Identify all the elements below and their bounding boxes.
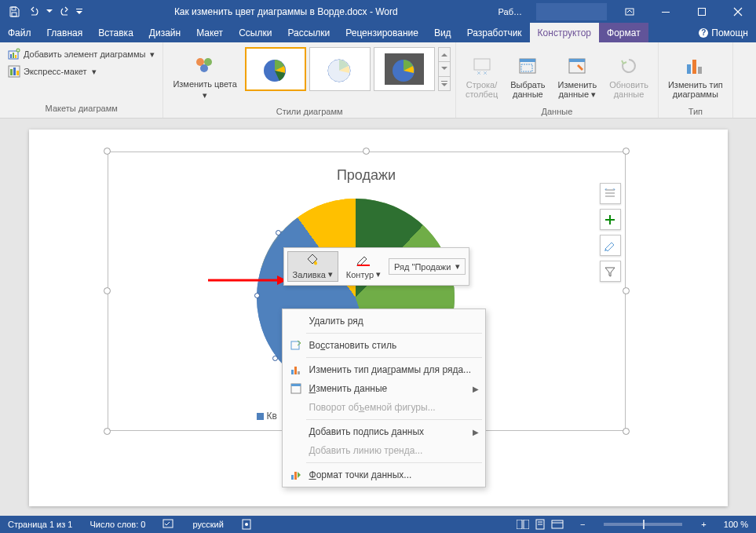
slice-handle[interactable]	[254, 293, 260, 298]
web-layout-button[interactable]	[549, 516, 566, 533]
ctx-reset-style[interactable]: Восстановить стиль	[283, 336, 485, 355]
chart-title[interactable]: Продажи	[108, 167, 626, 184]
add-element-icon	[8, 48, 20, 60]
chart-style-2[interactable]	[309, 47, 371, 91]
chart-style-3[interactable]	[374, 47, 435, 91]
zoom-level[interactable]: 100 %	[721, 520, 751, 529]
ctx-change-type[interactable]: Изменить тип диаграммы для ряда...	[283, 360, 485, 379]
tab-view[interactable]: Вид	[426, 23, 459, 42]
print-layout-button[interactable]	[531, 516, 549, 533]
page-number-status[interactable]: Страница 1 из 1	[5, 520, 75, 529]
chart-filters-button[interactable]	[600, 261, 621, 282]
spelling-status[interactable]	[159, 519, 178, 530]
svg-rect-0	[12, 7, 16, 10]
svg-rect-27	[521, 64, 532, 71]
word-count-status[interactable]: Число слов: 0	[86, 520, 148, 529]
language-status[interactable]: русский	[189, 520, 226, 529]
gallery-more-button[interactable]	[439, 77, 450, 90]
account-block[interactable]	[536, 3, 607, 20]
chart-style-1[interactable]	[245, 47, 306, 91]
change-chart-type-button[interactable]: Изменить типдиаграммы	[663, 46, 728, 107]
add-chart-element-button[interactable]: Добавить элемент диаграммы ▾	[5, 46, 158, 63]
chart-type-icon	[683, 53, 708, 78]
edit-data-button[interactable]: Изменитьданные ▾	[553, 46, 602, 107]
ctx-delete-series[interactable]: Удалить ряд	[283, 312, 485, 330]
resize-handle[interactable]	[623, 428, 630, 435]
quick-layout-button[interactable]: Экспресс-макет ▾	[5, 63, 158, 80]
minimize-button[interactable]	[648, 0, 684, 23]
tab-insert[interactable]: Вставка	[90, 23, 141, 42]
macro-status[interactable]	[238, 519, 255, 530]
outline-button[interactable]: Контур▾	[341, 252, 385, 281]
qat-customize[interactable]	[75, 9, 83, 15]
group-label-layouts: Макеты диаграмм	[5, 104, 158, 116]
tab-layout[interactable]: Макет	[188, 23, 231, 42]
resize-handle[interactable]	[104, 428, 111, 435]
resize-handle[interactable]	[623, 148, 630, 155]
resize-handle[interactable]	[104, 148, 111, 155]
svg-rect-1	[12, 13, 16, 16]
close-button[interactable]	[720, 0, 756, 23]
svg-rect-37	[294, 367, 297, 374]
ctx-edit-data[interactable]: Изменить данные▶	[283, 379, 485, 398]
resize-handle[interactable]	[363, 148, 370, 155]
chart-legend[interactable]: Кв	[257, 411, 277, 422]
gallery-down-button[interactable]	[439, 62, 450, 76]
resize-handle[interactable]	[104, 287, 111, 294]
save-button[interactable]	[5, 2, 24, 21]
zoom-out-button[interactable]: −	[577, 520, 588, 529]
ctx-add-trendline: Добавить линию тренда...	[283, 441, 485, 460]
tell-me-button[interactable]: ?Помощн	[691, 23, 756, 42]
format-icon	[289, 469, 303, 481]
pen-icon	[356, 254, 371, 268]
resize-handle[interactable]	[623, 287, 630, 294]
series-selector[interactable]: Ряд "Продажи ▾	[389, 258, 466, 275]
svg-rect-7	[10, 54, 12, 58]
svg-rect-31	[692, 60, 696, 74]
tab-references[interactable]: Ссылки	[231, 23, 279, 42]
refresh-data-button: Обновитьданные	[604, 46, 653, 107]
maximize-button[interactable]	[684, 0, 720, 23]
tab-constructor[interactable]: Конструктор	[530, 23, 599, 42]
svg-rect-13	[13, 68, 16, 75]
tab-design[interactable]: Дизайн	[141, 23, 188, 42]
chart-styles-button[interactable]	[600, 235, 621, 256]
svg-rect-8	[13, 53, 14, 58]
tab-home[interactable]: Главная	[39, 23, 91, 42]
chevron-down-icon: ▾	[150, 49, 155, 60]
redo-button[interactable]	[55, 2, 74, 21]
mini-toolbar: Заливка▾ Контур▾ Ряд "Продажи ▾	[283, 247, 470, 286]
document-page: Продажи	[29, 130, 728, 506]
reset-icon	[289, 339, 303, 352]
ctx-add-labels[interactable]: Добавить подпись данных▶	[283, 422, 485, 441]
svg-rect-23	[441, 81, 447, 82]
ctx-format-point[interactable]: Формат точки данных...	[283, 465, 485, 484]
ribbon-options-button[interactable]	[612, 0, 648, 23]
tab-format[interactable]: Формат	[599, 23, 648, 42]
change-colors-button[interactable]: Изменить цвета ▾	[168, 46, 241, 107]
tab-mailings[interactable]: Рассылки	[279, 23, 338, 42]
read-mode-button[interactable]	[514, 516, 531, 533]
tab-developer[interactable]: Разработчик	[459, 23, 530, 42]
slice-handle[interactable]	[276, 230, 281, 235]
svg-rect-47	[524, 520, 529, 529]
tab-file[interactable]: Файл	[0, 23, 39, 42]
zoom-slider[interactable]	[604, 523, 682, 526]
account-label[interactable]: Раб…	[489, 0, 531, 23]
layout-options-button[interactable]	[600, 183, 621, 204]
undo-button[interactable]	[25, 2, 44, 21]
undo-dropdown[interactable]	[46, 9, 53, 13]
switch-row-col-button: Строка/столбец	[461, 46, 502, 107]
tab-review[interactable]: Рецензирование	[338, 23, 426, 42]
svg-point-45	[245, 523, 248, 526]
svg-rect-32	[698, 67, 702, 74]
svg-rect-41	[291, 475, 294, 480]
slice-handle[interactable]	[272, 356, 278, 361]
annotation-arrow	[208, 275, 287, 288]
fill-button[interactable]: Заливка▾	[287, 251, 338, 282]
zoom-in-button[interactable]: +	[698, 520, 709, 529]
svg-rect-5	[699, 8, 706, 15]
select-data-button[interactable]: Выбратьданные	[506, 46, 550, 107]
gallery-up-button[interactable]	[439, 48, 450, 62]
chart-elements-button[interactable]	[600, 209, 621, 230]
